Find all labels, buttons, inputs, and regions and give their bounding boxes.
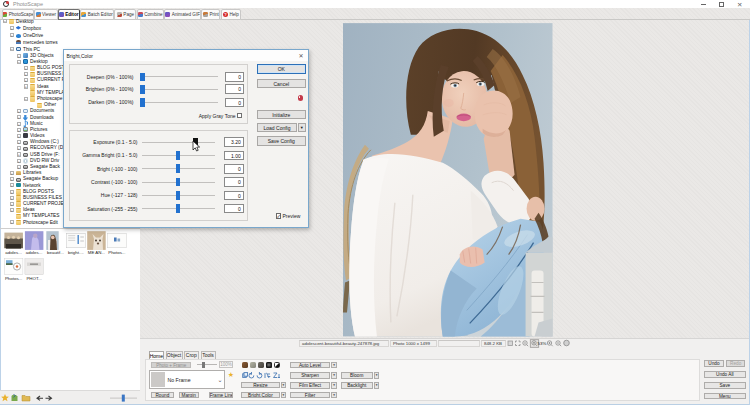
svg-text:bright....: bright.... — [68, 250, 84, 255]
svg-text:PHOT...: PHOT... — [26, 275, 41, 280]
svg-text:adoles...: adoles... — [26, 250, 43, 255]
svg-text:Photos...: Photos... — [108, 250, 125, 255]
svg-text:adoles...: adoles... — [5, 250, 22, 255]
svg-text:beautif...: beautif... — [47, 250, 64, 255]
svg-text:53%: 53% — [538, 340, 547, 345]
svg-text:Photos...: Photos... — [5, 275, 22, 280]
svg-text:ME AN...: ME AN... — [88, 250, 105, 255]
